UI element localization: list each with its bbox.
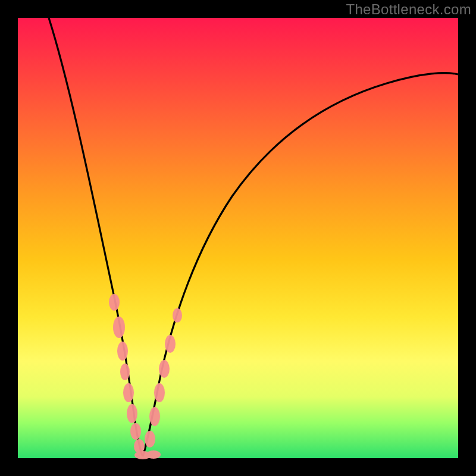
svg-point-1 (113, 317, 125, 338)
plot-area (18, 18, 458, 458)
svg-point-4 (123, 383, 134, 402)
watermark-text: TheBottleneck.com (346, 1, 471, 18)
svg-point-11 (149, 407, 160, 426)
bottleneck-curve (18, 18, 458, 458)
svg-point-12 (154, 383, 165, 402)
svg-point-2 (117, 342, 128, 361)
marker-group (109, 294, 182, 459)
svg-point-6 (130, 423, 141, 440)
chart-frame: TheBottleneck.com (0, 0, 476, 476)
svg-point-13 (159, 360, 170, 378)
svg-point-9 (146, 450, 161, 459)
svg-point-15 (173, 308, 182, 322)
svg-point-5 (127, 404, 137, 423)
curve-right (143, 73, 458, 456)
svg-point-0 (109, 294, 120, 311)
svg-point-10 (145, 431, 155, 447)
svg-point-3 (120, 364, 130, 380)
svg-point-14 (165, 335, 176, 353)
